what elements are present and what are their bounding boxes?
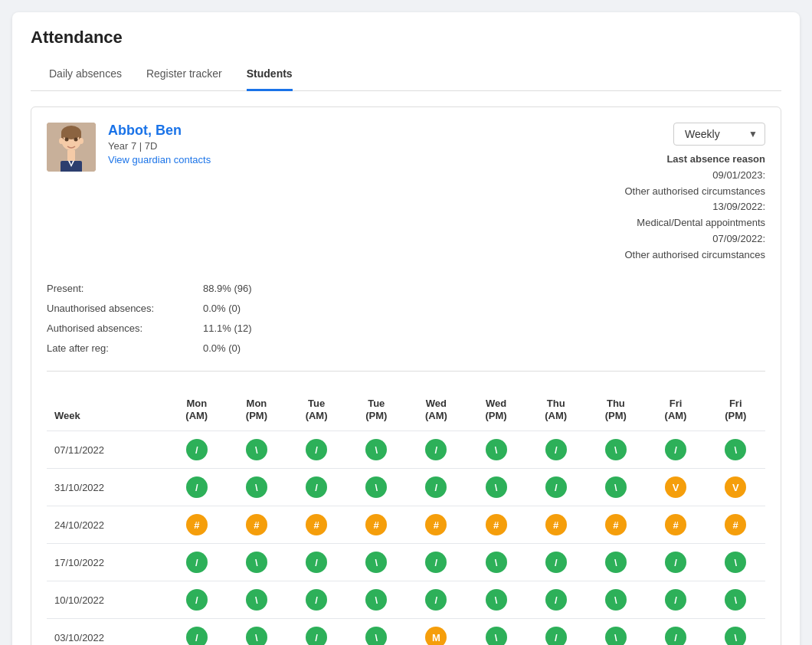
tab-nav: Daily absencesRegister trackerStudents <box>31 60 781 91</box>
stat-label: Present: <box>47 279 185 299</box>
attendance-badge: \ <box>365 439 387 460</box>
attendance-badge: \ <box>486 627 507 645</box>
svg-point-9 <box>74 138 78 142</box>
stat-row: Authorised absences:11.1% (12) <box>47 319 765 339</box>
col-header-wed_am: Wed(AM) <box>406 390 467 431</box>
col-header-tue_am: Tue(AM) <box>286 390 347 431</box>
attendance-cell: \ <box>706 431 765 469</box>
week-date: 03/10/2022 <box>47 619 166 645</box>
week-date: 31/10/2022 <box>47 469 166 506</box>
attendance-badge: # <box>425 514 447 535</box>
svg-rect-12 <box>67 150 75 161</box>
attendance-cell: # <box>467 506 526 544</box>
attendance-cell: / <box>166 619 227 645</box>
attendance-badge: / <box>545 589 567 611</box>
col-header-week: Week <box>47 390 166 431</box>
student-top: Abbot, Ben Year 7 | 7D View guardian con… <box>47 123 765 264</box>
attendance-cell: # <box>347 506 406 544</box>
student-details: Abbot, Ben Year 7 | 7D View guardian con… <box>108 123 211 165</box>
attendance-badge: # <box>246 514 267 535</box>
attendance-badge: \ <box>725 627 746 645</box>
attendance-cell: \ <box>706 544 765 581</box>
attendance-cell: / <box>166 544 227 581</box>
attendance-cell: \ <box>467 431 526 469</box>
tab-register-tracker[interactable]: Register tracker <box>146 60 222 91</box>
attendance-cell: / <box>526 469 586 506</box>
student-name: Abbot, Ben <box>108 123 211 139</box>
table-row: 03/10/2022/\/\M\/\/\ <box>47 619 765 645</box>
attendance-badge: \ <box>725 589 746 611</box>
attendance-badge: # <box>365 514 387 535</box>
stat-label: Late after reg: <box>47 339 185 359</box>
attendance-badge: / <box>186 552 208 573</box>
attendance-cell: \ <box>227 581 286 619</box>
attendance-badge: / <box>545 627 567 645</box>
attendance-cell: \ <box>227 431 286 469</box>
weekly-select-wrap: DailyWeeklyMonthly ▼ <box>673 123 765 146</box>
attendance-badge: \ <box>365 627 387 645</box>
attendance-badge: / <box>186 589 208 611</box>
attendance-cell: # <box>706 506 765 544</box>
attendance-badge: # <box>306 514 327 535</box>
table-row: 10/10/2022/\/\/\/\/\ <box>47 581 765 619</box>
attendance-badge: / <box>186 476 208 498</box>
attendance-cell: / <box>166 581 227 619</box>
table-row: 24/10/2022########## <box>47 506 765 544</box>
stats-section: Present:88.9% (96)Unauthorised absences:… <box>47 279 765 359</box>
attendance-badge: # <box>545 514 567 535</box>
attendance-cell: / <box>406 431 467 469</box>
guardian-link[interactable]: View guardian contacts <box>108 154 211 165</box>
attendance-badge: # <box>186 514 208 535</box>
attendance-cell: / <box>286 544 347 581</box>
svg-point-8 <box>65 138 69 142</box>
attendance-cell: \ <box>467 581 526 619</box>
attendance-badge: / <box>306 589 327 611</box>
tab-daily-absences[interactable]: Daily absences <box>49 60 122 91</box>
attendance-cell: \ <box>586 544 645 581</box>
view-selector[interactable]: DailyWeeklyMonthly <box>673 123 765 146</box>
attendance-badge: / <box>425 476 447 498</box>
attendance-cell: M <box>406 619 467 645</box>
attendance-badge: / <box>665 627 686 645</box>
attendance-cell: # <box>227 506 286 544</box>
attendance-cell: \ <box>586 469 645 506</box>
attendance-cell: / <box>526 431 586 469</box>
svg-point-6 <box>59 138 64 144</box>
table-head: WeekMon(AM)Mon(PM)Tue(AM)Tue(PM)Wed(AM)W… <box>47 390 765 431</box>
attendance-cell: / <box>646 581 706 619</box>
attendance-badge: \ <box>486 552 507 573</box>
attendance-badge: / <box>306 552 327 573</box>
attendance-badge: # <box>665 514 686 535</box>
stat-value: 0.0% (0) <box>203 299 241 319</box>
col-header-fri_pm: Fri(PM) <box>706 390 765 431</box>
attendance-badge: \ <box>246 589 267 611</box>
attendance-badge: M <box>425 627 447 645</box>
absence-entry: 13/09/2022:Medical/Dental appointments <box>624 199 765 231</box>
divider <box>47 371 765 372</box>
tab-students[interactable]: Students <box>247 60 293 91</box>
attendance-badge: / <box>425 552 447 573</box>
attendance-badge: \ <box>605 589 627 611</box>
absence-date: 07/09/2022: <box>712 233 765 244</box>
absence-date: 09/01/2023: <box>712 169 765 181</box>
attendance-badge: \ <box>605 552 627 573</box>
attendance-badge: / <box>665 589 686 611</box>
attendance-cell: V <box>706 469 765 506</box>
attendance-badge: # <box>486 514 507 535</box>
col-header-thu_pm: Thu(PM) <box>586 390 645 431</box>
stat-value: 11.1% (12) <box>203 319 252 339</box>
attendance-badge: \ <box>365 476 387 498</box>
col-header-fri_am: Fri(AM) <box>646 390 706 431</box>
attendance-cell: / <box>286 581 347 619</box>
main-content: Abbot, Ben Year 7 | 7D View guardian con… <box>12 91 800 645</box>
absence-reason: Other authorised circumstances <box>624 249 765 260</box>
table-row: 17/10/2022/\/\/\/\/\ <box>47 544 765 581</box>
attendance-cell: \ <box>467 469 526 506</box>
attendance-badge: \ <box>246 552 267 573</box>
stat-label: Authorised absences: <box>47 319 185 339</box>
attendance-cell: V <box>646 469 706 506</box>
attendance-badge: / <box>665 439 686 460</box>
attendance-cell: / <box>526 619 586 645</box>
absence-entry: 09/01/2023:Other authorised circumstance… <box>624 168 765 200</box>
attendance-badge: / <box>306 627 327 645</box>
